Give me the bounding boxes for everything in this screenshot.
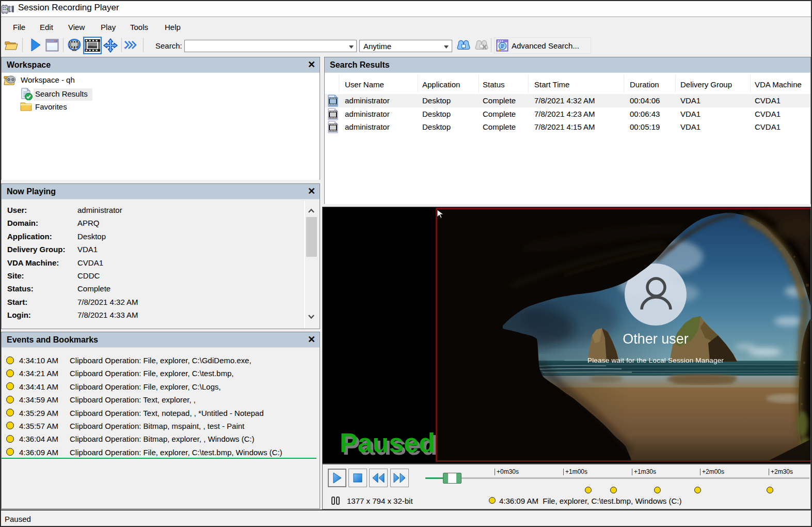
svg-text:Other user: Other user [623,331,689,347]
svg-text:Please wait for the Local Sess: Please wait for the Local Session Manage… [587,357,724,364]
